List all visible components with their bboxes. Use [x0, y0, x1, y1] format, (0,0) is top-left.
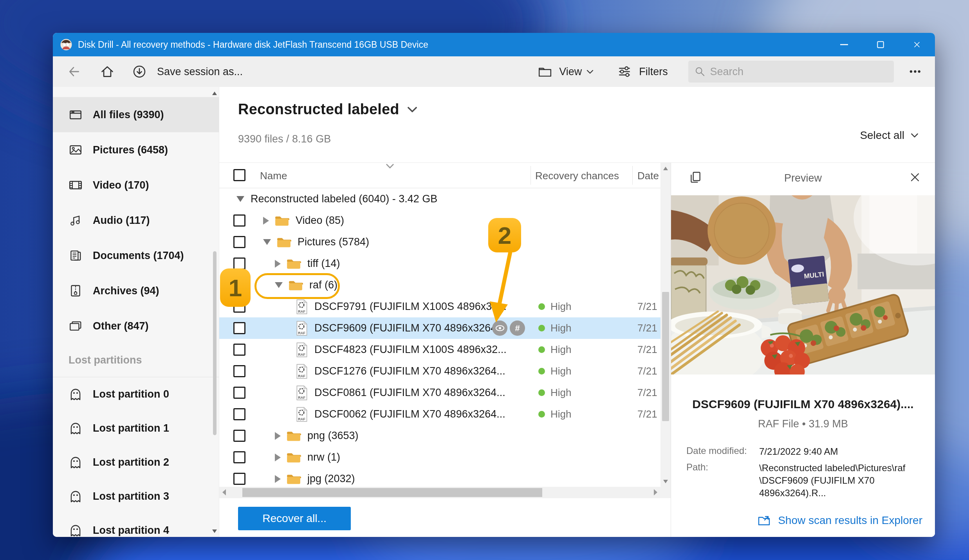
row-checkbox[interactable] — [233, 451, 245, 463]
table-row-file[interactable]: DSCF1276 (FUJIFILM X70 4896x3264... High… — [219, 360, 660, 382]
expand-triangle-icon[interactable] — [263, 239, 271, 245]
close-button[interactable] — [899, 33, 935, 56]
sidebar-item-documents[interactable]: Documents (1704) — [53, 238, 219, 273]
maximize-button[interactable] — [862, 33, 899, 56]
view-label: View — [559, 66, 582, 78]
collapse-triangle-icon[interactable] — [275, 454, 281, 461]
table-row-folder-tiff[interactable]: tiff (14) — [219, 253, 660, 274]
filters-button[interactable]: Filters — [617, 65, 668, 79]
row-checkbox[interactable] — [233, 473, 245, 485]
sidebar-item-lost-partition-0[interactable]: Lost partition 0 — [53, 377, 219, 411]
sidebar-item-other[interactable]: Other (847) — [53, 308, 219, 344]
table-row-file[interactable]: DSCF4823 (FUJIFILM X100S 4896x32... High… — [219, 339, 660, 360]
raf-file-icon — [296, 385, 308, 401]
other-icon — [69, 319, 83, 333]
column-header-date[interactable]: Date — [637, 170, 659, 182]
table-row-folder-nrw[interactable]: nrw (1) — [219, 447, 660, 468]
scroll-right-icon[interactable] — [654, 489, 657, 495]
title-dropdown-chevron-icon[interactable] — [407, 106, 417, 113]
row-label: DSCF0861 (FUJIFILM X70 4896x3264... — [314, 387, 505, 399]
sidebar-item-audio[interactable]: Audio (117) — [53, 203, 219, 238]
table-row-file-selected[interactable]: DSCF9609 (FUJIFILM X70 4896x3264... # Hi… — [219, 317, 660, 339]
column-header-name[interactable]: Name — [260, 170, 287, 182]
sidebar-item-label: Audio (117) — [93, 214, 150, 227]
collapse-triangle-icon[interactable] — [275, 432, 281, 440]
page-title: Reconstructed labeled — [238, 101, 399, 118]
row-checkbox[interactable] — [233, 257, 245, 270]
recover-all-button[interactable]: Recover all... — [238, 507, 351, 530]
disk-drill-app-icon — [60, 38, 72, 51]
view-button[interactable]: View — [538, 65, 594, 78]
search-icon — [695, 66, 706, 77]
collapse-triangle-icon[interactable] — [275, 260, 281, 268]
table-row-folder-png[interactable]: png (3653) — [219, 425, 660, 447]
search-box[interactable] — [688, 61, 894, 83]
show-scan-results-link[interactable]: Show scan results in Explorer — [758, 514, 922, 527]
sidebar-item-video[interactable]: Video (170) — [53, 167, 219, 203]
scroll-up-icon[interactable] — [212, 92, 217, 95]
row-checkbox[interactable] — [233, 387, 245, 399]
sidebar-item-all-files[interactable]: All files (9390) — [53, 97, 219, 132]
scroll-up-icon[interactable] — [663, 167, 668, 170]
file-table: Name Recovery chances Date Reconstr — [219, 163, 671, 537]
view-folder-icon — [538, 65, 552, 78]
sidebar-item-lost-partition-1[interactable]: Lost partition 1 — [53, 411, 219, 445]
column-header-recovery[interactable]: Recovery chances — [535, 170, 619, 182]
expand-triangle-icon[interactable] — [236, 196, 244, 202]
sidebar-scrollbar[interactable] — [212, 92, 218, 533]
sidebar-item-archives[interactable]: Archives (94) — [53, 273, 219, 308]
row-checkbox[interactable] — [233, 430, 245, 442]
scroll-left-icon[interactable] — [222, 489, 226, 495]
recovery-status-dot — [538, 346, 545, 353]
titlebar: Disk Drill - All recovery methods - Hard… — [53, 33, 935, 56]
table-row-folder-jpg[interactable]: jpg (2032) — [219, 468, 660, 487]
more-options-button[interactable]: ••• — [909, 66, 922, 77]
date-cell: 7/21 — [637, 360, 660, 382]
table-hscrollbar-thumb[interactable] — [242, 488, 542, 497]
table-row-folder-video[interactable]: Video (85) — [219, 210, 660, 231]
table-row-file[interactable]: DSCF9791 (FUJIFILM X100S 4896x32... High… — [219, 296, 660, 317]
table-vertical-scrollbar[interactable] — [660, 163, 671, 498]
search-input[interactable] — [710, 66, 887, 78]
scroll-down-icon[interactable] — [212, 529, 217, 533]
raf-file-icon — [296, 299, 308, 315]
select-all-button[interactable]: Select all — [860, 129, 918, 142]
select-all-checkbox[interactable] — [233, 169, 245, 181]
sidebar-item-pictures[interactable]: Pictures (6458) — [53, 132, 219, 167]
folder-icon — [286, 258, 301, 270]
table-row-file[interactable]: DSCF0062 (FUJIFILM X70 4896x3264... High… — [219, 403, 660, 425]
sidebar-item-lost-partition-3[interactable]: Lost partition 3 — [53, 479, 219, 513]
row-label: Reconstructed labeled (6040) - 3.42 GB — [251, 193, 437, 205]
sidebar-item-lost-partition-2[interactable]: Lost partition 2 — [53, 445, 219, 479]
folder-icon — [286, 452, 301, 463]
row-checkbox[interactable] — [233, 214, 245, 227]
row-checkbox[interactable] — [233, 408, 245, 420]
close-preview-icon[interactable] — [909, 171, 921, 183]
recovery-status-dot — [538, 411, 545, 418]
sidebar-item-lost-partition-4[interactable]: Lost partition 4 — [53, 513, 219, 537]
collapse-triangle-icon[interactable] — [275, 475, 281, 483]
table-row-file[interactable]: DSCF0861 (FUJIFILM X70 4896x3264... High… — [219, 382, 660, 403]
sort-chevron-icon[interactable] — [386, 164, 394, 169]
recovery-status-dot — [538, 389, 545, 396]
row-checkbox[interactable] — [233, 322, 245, 334]
row-checkbox[interactable] — [233, 365, 245, 377]
table-row-root[interactable]: Reconstructed labeled (6040) - 3.42 GB — [219, 188, 660, 210]
home-button[interactable] — [100, 64, 115, 79]
save-session-icon[interactable] — [132, 64, 147, 79]
minimize-button[interactable] — [826, 33, 862, 56]
filters-label: Filters — [639, 66, 668, 78]
table-horizontal-scrollbar[interactable] — [219, 487, 660, 498]
save-session-label[interactable]: Save session as... — [157, 66, 243, 78]
sidebar-scrollbar-thumb[interactable] — [213, 251, 217, 435]
table-scrollbar-thumb[interactable] — [662, 292, 669, 421]
desktop: Disk Drill - All recovery methods - Hard… — [0, 0, 969, 560]
folder-icon — [286, 430, 301, 442]
date-cell: 7/21 — [637, 296, 660, 317]
collapse-triangle-icon[interactable] — [263, 217, 269, 225]
back-button[interactable] — [67, 65, 81, 79]
scroll-down-icon[interactable] — [663, 480, 668, 483]
row-checkbox[interactable] — [233, 236, 245, 248]
table-row-folder-pictures[interactable]: Pictures (5784) — [219, 231, 660, 253]
row-checkbox[interactable] — [233, 344, 245, 356]
